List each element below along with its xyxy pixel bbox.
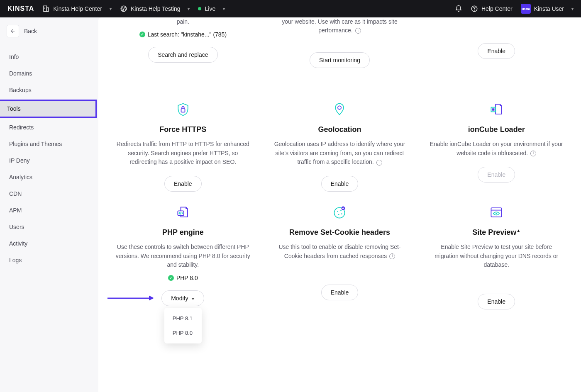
help-center-link[interactable]: Help Center xyxy=(471,5,513,12)
sidebar-item-users[interactable]: Users xyxy=(5,219,93,235)
svg-point-21 xyxy=(496,213,497,214)
code-file-icon xyxy=(176,205,190,220)
user-menu[interactable]: kinsta Kinsta User ▾ xyxy=(521,4,574,14)
pin-icon xyxy=(332,102,347,117)
php-status: ✓ PHP 8.0 xyxy=(115,275,251,281)
check-icon: ✓ xyxy=(139,32,145,37)
sidebar-active-highlight: Tools xyxy=(0,100,97,118)
card-desc-fragment: pain. xyxy=(114,17,252,26)
info-icon[interactable]: i xyxy=(355,28,361,34)
svg-point-9 xyxy=(338,106,341,109)
back-button[interactable] xyxy=(7,25,19,37)
php-option[interactable]: PHP 8.1 xyxy=(164,311,202,326)
info-icon[interactable]: i xyxy=(376,160,382,166)
svg-point-16 xyxy=(338,214,339,215)
bell-icon[interactable] xyxy=(455,5,462,12)
card-title: PHP engine xyxy=(115,228,251,237)
annotation-arrow xyxy=(107,298,153,299)
cookie-icon xyxy=(332,205,347,220)
card-title: Force HTTPS xyxy=(115,125,251,134)
php-version-dropdown: PHP 8.1 PHP 8.0 xyxy=(164,308,202,343)
svg-point-14 xyxy=(337,211,339,212)
card-site-preview: Site Preview▲ Enable Site Preview to tes… xyxy=(424,204,569,309)
card-desc-fragment: your website. Use with care as it impact… xyxy=(271,17,409,35)
sidebar-item-plugins-themes[interactable]: Plugins and Themes xyxy=(5,136,93,152)
org-switcher[interactable]: Kinsta Help Center ▾ xyxy=(42,5,112,12)
help-icon xyxy=(471,5,478,12)
card-force-https: Force HTTPS Redirects traffic from HTTP … xyxy=(111,101,255,192)
building-icon xyxy=(42,5,50,12)
card-title: Geolocation xyxy=(272,125,408,134)
chevron-down-icon: ▾ xyxy=(223,7,225,11)
card-desc: Use this tool to enable or disable remov… xyxy=(272,243,408,261)
live-dot-icon xyxy=(198,7,201,10)
chevron-down-icon: ▾ xyxy=(188,7,190,11)
card-title: Remove Set-Cookie headers xyxy=(272,228,408,237)
env-label: Live xyxy=(205,5,215,12)
svg-rect-11 xyxy=(492,108,494,110)
help-label: Help Center xyxy=(481,5,513,12)
chevron-down-icon: ▾ xyxy=(110,7,112,11)
card-desc: Use these controls to switch between dif… xyxy=(115,243,251,270)
main-content: pain. ✓ Last search: "kinstahe..." (785)… xyxy=(98,17,581,392)
card-desc: Redirects traffic from HTTP to HTTPS for… xyxy=(115,140,251,167)
sidebar-item-cdn[interactable]: CDN xyxy=(5,186,93,202)
svg-point-6 xyxy=(474,10,475,10)
logo: KINSTA xyxy=(7,5,34,12)
search-replace-status: ✓ Last search: "kinstahe..." (785) xyxy=(114,31,252,38)
user-label: Kinsta User xyxy=(534,5,564,12)
svg-point-17 xyxy=(342,213,343,214)
card-geolocation: Geolocation Geolocation uses IP address … xyxy=(268,101,412,192)
site-label: Kinsta Help Testing xyxy=(131,5,181,12)
sidebar-item-logs[interactable]: Logs xyxy=(5,252,93,268)
sidebar-item-apm[interactable]: APM xyxy=(5,202,93,218)
shield-lock-icon xyxy=(176,102,190,117)
force-https-enable-button[interactable]: Enable xyxy=(164,176,202,192)
svg-rect-1 xyxy=(47,8,49,12)
sidebar-item-redirects[interactable]: Redirects xyxy=(5,119,93,135)
preview-eye-icon xyxy=(489,205,504,220)
sidebar-item-domains[interactable]: Domains xyxy=(5,66,93,81)
env-switcher[interactable]: Live ▾ xyxy=(198,5,225,12)
card-remove-cookie: Remove Set-Cookie headers Use this tool … xyxy=(268,204,412,309)
sidebar-item-info[interactable]: Info xyxy=(5,49,93,65)
php-modify-button[interactable]: Modify xyxy=(161,290,204,306)
wordpress-icon xyxy=(120,5,127,12)
php-option[interactable]: PHP 8.0 xyxy=(164,326,202,340)
check-icon: ✓ xyxy=(168,275,174,281)
site-switcher[interactable]: Kinsta Help Testing ▾ xyxy=(120,5,190,12)
svg-point-15 xyxy=(341,210,342,211)
card-desc: Enable ionCube Loader on your environmen… xyxy=(428,140,564,158)
arrow-left-icon xyxy=(10,28,16,34)
card-php-engine: PHP engine Use these controls to switch … xyxy=(111,204,255,309)
search-replace-button[interactable]: Search and replace xyxy=(148,47,217,63)
avatar: kinsta xyxy=(521,4,531,14)
info-icon[interactable]: i xyxy=(389,253,395,259)
org-label: Kinsta Help Center xyxy=(53,5,102,12)
sidebar-item-tools[interactable]: Tools xyxy=(0,101,95,117)
chevron-down-icon: ▾ xyxy=(571,7,574,11)
sidebar-item-analytics[interactable]: Analytics xyxy=(5,169,93,185)
card-title: ionCube Loader xyxy=(428,125,564,134)
card-ioncube: ionCube Loader Enable ionCube Loader on … xyxy=(424,101,569,192)
enable-button[interactable]: Enable xyxy=(478,43,515,59)
sidebar: Back Info Domains Backups Tools Redirect… xyxy=(0,17,98,392)
start-monitoring-button[interactable]: Start monitoring xyxy=(310,52,370,68)
sidebar-item-backups[interactable]: Backups xyxy=(5,82,93,98)
back-label: Back xyxy=(24,28,37,34)
geolocation-enable-button[interactable]: Enable xyxy=(321,176,359,192)
site-preview-enable-button[interactable]: Enable xyxy=(478,294,515,309)
card-desc: Geolocation uses IP address to identify … xyxy=(272,140,408,167)
beta-marker: ▲ xyxy=(516,228,520,233)
card-title: Site Preview▲ xyxy=(428,228,564,237)
top-bar: KINSTA Kinsta Help Center ▾ Kinsta Help … xyxy=(0,0,581,17)
info-icon[interactable]: i xyxy=(530,151,536,156)
card-desc: Enable Site Preview to test your site be… xyxy=(428,243,564,270)
sidebar-item-activity[interactable]: Activity xyxy=(5,236,93,251)
cube-file-icon xyxy=(489,102,504,117)
ioncube-enable-button[interactable]: Enable xyxy=(478,167,515,183)
remove-cookie-enable-button[interactable]: Enable xyxy=(321,285,359,300)
svg-rect-8 xyxy=(181,109,185,112)
sidebar-item-ip-deny[interactable]: IP Deny xyxy=(5,153,93,168)
